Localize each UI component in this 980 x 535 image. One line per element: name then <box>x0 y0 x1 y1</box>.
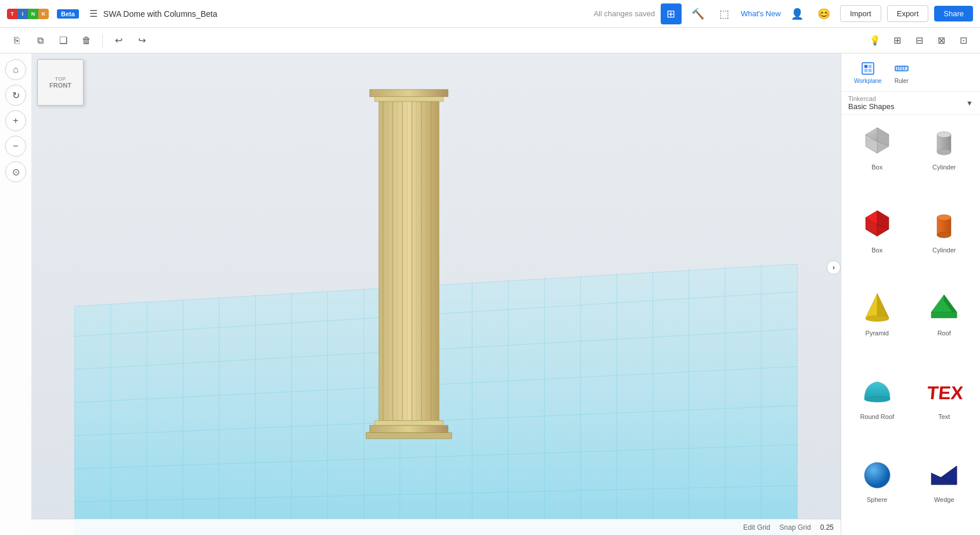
redo-button[interactable]: ↪ <box>132 31 152 50</box>
shape-item-cylinder-gray[interactable]: Cylinder <box>911 117 978 200</box>
cylinder-gray-icon <box>925 123 963 160</box>
paste-button[interactable]: ⎘ <box>7 31 27 50</box>
logo-k: K <box>38 9 49 19</box>
bottom-bar: Edit Grid Snap Grid 0.25 <box>31 519 841 535</box>
svg-rect-45 <box>374 421 443 425</box>
rotate-button[interactable]: ↻ <box>5 85 26 106</box>
svg-rect-51 <box>864 69 867 72</box>
svg-point-80 <box>864 396 890 402</box>
duplicate-button[interactable]: ❑ <box>53 31 73 50</box>
beta-badge: Beta <box>57 9 79 19</box>
sphere-blue-icon <box>859 456 896 493</box>
panel-collapse-button[interactable]: › <box>827 261 841 274</box>
box-red-icon <box>859 206 896 243</box>
roof-label: Roof <box>938 330 951 337</box>
svg-rect-49 <box>864 65 867 68</box>
workplane-label: Workplane <box>854 78 882 84</box>
fit-button[interactable]: ⊙ <box>5 161 26 182</box>
ruler-button[interactable]: Ruler <box>888 58 916 86</box>
text-red-icon: TEXT <box>925 373 963 410</box>
copy-button[interactable]: ⧉ <box>30 31 50 50</box>
pyramid-label: Pyramid <box>866 330 889 337</box>
wedge-blue-icon <box>925 456 963 493</box>
shape-item-round-roof[interactable]: Round Roof <box>844 367 911 450</box>
zoom-in-button[interactable]: + <box>5 110 26 131</box>
round-roof-label: Round Roof <box>860 413 894 420</box>
flip-button[interactable]: ⊡ <box>953 31 973 50</box>
logo-t: T <box>7 9 17 19</box>
svg-rect-53 <box>895 66 908 71</box>
logo-n: N <box>28 9 38 19</box>
group-button[interactable]: ⊞ <box>887 31 907 50</box>
shape-item-cylinder-orange[interactable]: Cylinder <box>911 200 978 283</box>
right-tools: 💡 ⊞ ⊟ ⊠ ⊡ <box>865 31 973 50</box>
column-group <box>366 89 452 439</box>
logo-i: I <box>17 9 28 19</box>
shape-item-box-gray[interactable]: Box <box>844 117 911 200</box>
category-dropdown-icon[interactable]: ▼ <box>966 99 973 107</box>
import-button[interactable]: Import <box>840 5 881 22</box>
topbar: T I N K Beta ☰ SWA Dome with Columns_Bet… <box>0 0 980 28</box>
cylinder-orange-icon <box>925 206 963 243</box>
workplane-button[interactable]: Workplane <box>848 58 888 86</box>
shape-item-sphere[interactable]: Sphere <box>844 450 911 533</box>
share-button[interactable]: Share <box>934 6 973 21</box>
logo: T I N K <box>7 9 49 19</box>
ruler-label: Ruler <box>895 78 909 84</box>
ungroup-button[interactable]: ⊟ <box>909 31 929 50</box>
cube-label: FRONT <box>49 82 71 89</box>
shape-item-box-red[interactable]: Box <box>844 200 911 283</box>
grid-view-button[interactable]: ⊞ <box>661 3 682 24</box>
panel-top-tools: Workplane Ruler <box>841 53 980 92</box>
view-cube[interactable]: TOP FRONT <box>37 59 84 106</box>
shape-item-wedge[interactable]: Wedge <box>911 450 978 533</box>
cad-button[interactable]: ⬚ <box>714 3 735 24</box>
user-add-button[interactable]: 👤 <box>787 3 808 24</box>
document-icon: ☰ <box>89 8 98 19</box>
home-button[interactable]: ⌂ <box>5 59 26 80</box>
svg-rect-48 <box>862 63 874 74</box>
svg-rect-50 <box>869 65 871 68</box>
cube-face-front: TOP FRONT <box>37 59 84 106</box>
avatar-button[interactable]: 😊 <box>813 3 834 24</box>
sphere-label: Sphere <box>867 496 887 503</box>
delete-button[interactable]: 🗑 <box>77 31 96 50</box>
edit-grid-label[interactable]: Edit Grid <box>743 523 770 532</box>
scene-svg <box>31 53 841 535</box>
box-gray-label: Box <box>871 164 882 171</box>
light-button[interactable]: 💡 <box>865 31 885 50</box>
tinkercad-label: Tinkercad <box>848 95 963 102</box>
category-value[interactable]: Basic Shapes <box>848 102 963 111</box>
svg-rect-79 <box>931 312 957 318</box>
svg-point-72 <box>937 215 951 220</box>
shape-item-roof[interactable]: Roof <box>911 283 978 366</box>
snap-grid-value[interactable]: 0.25 <box>820 523 834 532</box>
whats-new-link[interactable]: What's New <box>741 9 781 18</box>
undo-button[interactable]: ↩ <box>109 31 128 50</box>
text-label: Text <box>938 413 950 420</box>
shape-item-text[interactable]: TEXT Text <box>911 367 978 450</box>
zoom-out-button[interactable]: − <box>5 136 26 157</box>
toolbar-separator <box>102 34 103 48</box>
align-button[interactable]: ⊠ <box>931 31 951 50</box>
viewport[interactable]: TOP FRONT <box>31 53 841 535</box>
svg-rect-31 <box>370 89 448 96</box>
svg-point-76 <box>866 316 889 321</box>
roof-green-icon <box>925 289 963 326</box>
cylinder-orange-label: Cylinder <box>932 247 956 254</box>
shape-item-pyramid[interactable]: Pyramid <box>844 283 911 366</box>
hammer-button[interactable]: 🔨 <box>687 3 708 24</box>
export-button[interactable]: Export <box>887 5 929 22</box>
left-panel: ⌂ ↻ + − ⊙ <box>0 53 31 535</box>
svg-rect-32 <box>374 97 443 102</box>
svg-text:TEXT: TEXT <box>927 382 963 403</box>
cylinder-gray-label: Cylinder <box>932 164 956 171</box>
wedge-label: Wedge <box>934 496 954 503</box>
svg-rect-46 <box>370 425 448 432</box>
shapes-grid: Box <box>841 115 980 535</box>
right-panel: Workplane Ruler Tinkercad Basic Shapes ▼ <box>841 53 980 535</box>
toolbar: ⎘ ⧉ ❑ 🗑 ↩ ↪ 💡 ⊞ ⊟ ⊠ ⊡ <box>0 28 980 53</box>
svg-rect-52 <box>869 69 871 72</box>
round-roof-teal-icon <box>859 373 896 410</box>
document-title[interactable]: SWA Dome with Columns_Beta <box>103 9 217 19</box>
